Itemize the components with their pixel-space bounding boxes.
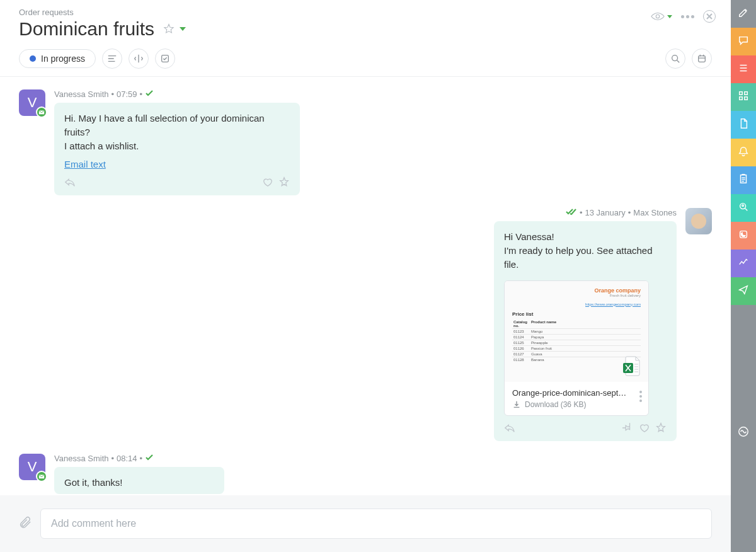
- mail-badge-icon: [36, 471, 47, 482]
- attachment-more-button[interactable]: [639, 391, 642, 402]
- conversation-thread: V Vanessa Smith • 07:59 • Hi. May I have…: [0, 77, 731, 495]
- svg-rect-7: [740, 97, 743, 100]
- more-menu-button[interactable]: [681, 15, 694, 18]
- search-button[interactable]: [665, 49, 685, 69]
- reply-button[interactable]: [504, 422, 515, 436]
- close-button[interactable]: [703, 10, 716, 23]
- message-meta: Vanessa Smith • 08:14 •: [54, 454, 224, 463]
- excel-file-icon: [622, 355, 643, 377]
- message-text: Hi Vanessa! I'm ready to help you. See a…: [504, 230, 667, 271]
- phone-icon[interactable]: [731, 222, 756, 250]
- status-pill[interactable]: In progress: [19, 49, 96, 68]
- list-icon[interactable]: [731, 55, 756, 83]
- reply-button[interactable]: [64, 176, 76, 190]
- status-label: In progress: [41, 54, 85, 64]
- message-meta: Vanessa Smith • 07:59 •: [54, 89, 300, 99]
- message-meta: • 13 January • Max Stones: [566, 208, 677, 217]
- svg-point-11: [742, 205, 744, 207]
- breadcrumb[interactable]: Order requests: [19, 8, 712, 17]
- message-text: Got it, thanks!: [64, 476, 214, 490]
- status-dot-icon: [30, 55, 36, 62]
- attach-file-button[interactable]: [19, 516, 32, 531]
- svg-rect-8: [745, 97, 748, 100]
- milestone-button[interactable]: [129, 49, 149, 69]
- message-row: V Vanessa Smith • 07:59 • Hi. May I have…: [19, 89, 712, 195]
- checklist-button[interactable]: [155, 49, 175, 69]
- align-button[interactable]: [102, 49, 122, 69]
- email-text-link[interactable]: Email text: [64, 159, 106, 170]
- like-button[interactable]: [262, 176, 273, 190]
- check-icon: [145, 454, 154, 463]
- star-button[interactable]: [278, 176, 290, 190]
- file-icon[interactable]: [731, 111, 756, 139]
- favorite-button[interactable]: [163, 23, 175, 35]
- message-bubble: Hi Vanessa! I'm ready to help you. See a…: [494, 221, 677, 440]
- message-bubble: Hi. May I have a full selection of your …: [54, 103, 300, 195]
- svg-rect-9: [741, 175, 747, 183]
- message-row: V Vanessa Smith • 08:14 • Got it, thanks…: [19, 454, 712, 495]
- attachment-preview[interactable]: Orange company Fresh fruit delivery http…: [505, 281, 648, 382]
- wave-icon[interactable]: [731, 305, 756, 552]
- calendar-button[interactable]: [692, 49, 712, 69]
- download-button[interactable]: Download (36 KB): [512, 400, 641, 409]
- message-bubble: Got it, thanks!: [54, 467, 224, 495]
- clipboard-icon[interactable]: [731, 166, 756, 194]
- page-header: Order requests Dominican fruits: [0, 0, 731, 40]
- message-text: Hi. May I have a full selection of your …: [64, 112, 290, 152]
- avatar[interactable]: V: [19, 454, 45, 480]
- chat-icon[interactable]: [731, 28, 756, 55]
- attachment-filename: Orange-price-dominican-sept…: [512, 388, 641, 398]
- svg-rect-5: [740, 92, 743, 95]
- send-icon[interactable]: [731, 277, 756, 305]
- toolbar: In progress: [0, 40, 731, 77]
- check-icon: [145, 89, 154, 99]
- avatar[interactable]: V: [19, 89, 45, 116]
- chevron-down-icon: [667, 15, 672, 18]
- like-button[interactable]: [639, 422, 650, 436]
- watchers-button[interactable]: [651, 11, 672, 22]
- edit-icon[interactable]: [731, 0, 756, 28]
- svg-rect-6: [745, 92, 748, 95]
- mail-badge-icon: [36, 106, 47, 118]
- double-check-icon: [566, 208, 577, 217]
- svg-rect-3: [699, 56, 706, 62]
- avatar[interactable]: [685, 208, 712, 234]
- apps-icon[interactable]: [731, 83, 756, 111]
- attachment-card: Orange company Fresh fruit delivery http…: [504, 280, 649, 416]
- svg-point-2: [672, 55, 678, 61]
- title-dropdown-caret-icon[interactable]: [180, 27, 186, 31]
- analytics-icon[interactable]: [731, 250, 756, 277]
- comment-bar: [0, 495, 731, 552]
- comment-input[interactable]: [40, 509, 712, 539]
- page-title: Dominican fruits: [19, 18, 154, 40]
- star-button[interactable]: [655, 422, 667, 436]
- pin-button[interactable]: [622, 422, 634, 436]
- search-person-icon[interactable]: [731, 194, 756, 222]
- right-sidebar: [731, 0, 756, 552]
- message-row: • 13 January • Max Stones Hi Vanessa! I'…: [19, 208, 712, 440]
- svg-point-0: [656, 14, 660, 18]
- bell-icon[interactable]: [731, 139, 756, 166]
